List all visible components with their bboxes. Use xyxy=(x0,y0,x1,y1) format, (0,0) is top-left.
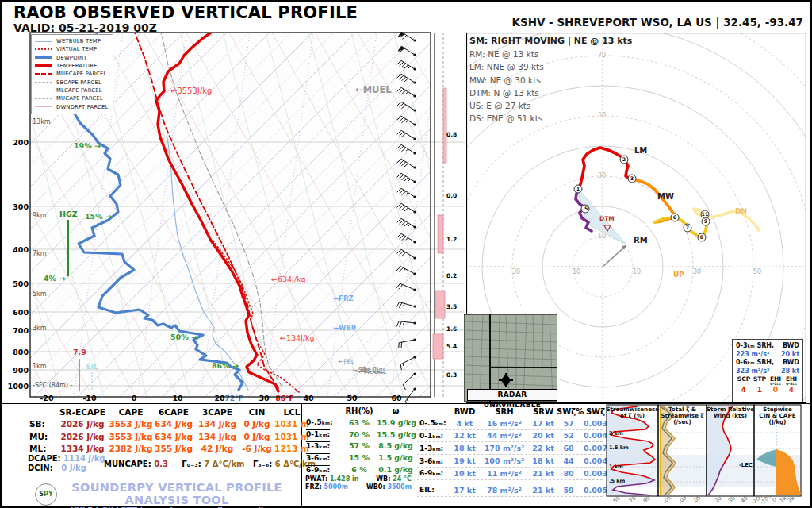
legend-item: SBCAPE PARCEL xyxy=(35,78,108,86)
thermo-col-header: CIN xyxy=(240,407,274,417)
kin-row: 0-1ₖₘ:12 kt44 m²/s²20 kt520.004 xyxy=(417,430,603,443)
legend-label: MLCAPE PARCEL xyxy=(56,87,102,94)
storm-motion-line: DTM: N @ 13 kts xyxy=(469,87,632,99)
hodo-label-LM: LM xyxy=(634,146,647,155)
skewt-annotation: 4% → xyxy=(44,274,65,283)
bwd-0-6-label: BWD xyxy=(783,359,799,368)
kin-value: 21 kt xyxy=(530,469,557,478)
lec-label: -LEC xyxy=(739,462,753,468)
kin-row: 6-9ₖₘ:10 kt11 m²/s²21 kt800.003 xyxy=(417,468,603,480)
srh-0-3-label: 0-3ₖₘ SRH, xyxy=(736,342,774,351)
temp-tick: 20 xyxy=(214,394,225,402)
temp-tick: 60 xyxy=(391,394,402,402)
index-column: EHI0-1ₖₘ0 xyxy=(768,376,783,394)
legend-line-sample xyxy=(35,90,52,90)
omega-value: 3.5 xyxy=(446,303,457,310)
sounderpy-logo: SPY xyxy=(35,483,57,506)
thermo-value: 42 J/kg xyxy=(194,444,240,453)
kin-value: 57 xyxy=(557,419,580,428)
height-tick: 5km xyxy=(33,291,47,298)
thermo-value: 3553 J/kg xyxy=(109,419,153,429)
rh-row: 6-9ₖₘ:6 %0.1 g/kg xyxy=(302,464,415,475)
thermo-value: 0 J/kg xyxy=(240,419,274,429)
dcape-value: 1114 J/kg xyxy=(63,454,105,463)
dcape-label: DCAPE: xyxy=(28,454,61,463)
index-column: SCP 4 xyxy=(736,376,752,394)
legend-item: TEMPERATURE xyxy=(35,62,108,70)
kin-value: 80 xyxy=(557,469,580,478)
kin-value: 11 m²/s² xyxy=(479,469,530,478)
rh-row: 3-6ₖₘ:15 %1.5 g/kg xyxy=(302,452,415,464)
hodo-label-DN: DN xyxy=(735,207,747,215)
thermo-value: 1334 J/kg xyxy=(56,444,109,453)
skewt-annotation: ←3553J/kg xyxy=(170,87,212,95)
temp-tick: -10 xyxy=(82,394,97,402)
kin-value: 22 kt xyxy=(530,444,557,452)
legend-item: DEWPOINT xyxy=(35,54,108,62)
rh-table: RH(%)ω0-.5ₖₘ:63 %15.9 g/kg0-1ₖₘ:70 %15.5… xyxy=(302,405,415,501)
lapse-3-6-label: Γ₃₋₆: xyxy=(253,460,272,468)
temp-tick: -20 xyxy=(40,394,54,402)
kin-row: EIL:17 kt78 m²/s²21 kt590.005 xyxy=(417,484,603,497)
panel-xtick: 0 xyxy=(771,496,777,503)
thermo-value: 2382 J/kg xyxy=(109,444,153,453)
pressure-tick: 300 xyxy=(13,202,29,211)
pwat-row: PWAT: 1.428 inWB: 24 °C xyxy=(302,475,415,484)
svg-text:.5: .5 xyxy=(583,206,588,211)
legend-label: DWNDRFT PARCEL xyxy=(56,104,108,110)
kin-value: 21 kt xyxy=(530,486,557,495)
skewt-annotation: ←MUEL xyxy=(355,84,392,95)
rh-row: 1-3ₖₘ:57 %8.5 g/kg xyxy=(302,441,415,452)
kin-row: 1-3ₖₘ:18 kt178 m²/s²22 kt680.007 xyxy=(417,442,603,455)
kin-value: 4 kt xyxy=(450,419,479,428)
muncape-label: MUNCAPE: xyxy=(104,460,151,468)
storm-motion-line: RM: NE @ 13 kts xyxy=(469,48,632,60)
thermo-col-header: 6CAPE xyxy=(153,407,194,417)
sounderpy-figure: RAOB OBSERVED VERTICAL PROFILE VALID: 05… xyxy=(0,0,812,508)
temp-tick: 0 xyxy=(132,394,137,402)
surface-temp-label: 86°F xyxy=(275,394,293,402)
radar-unavailable-label: RADAR UNAVAILABLE xyxy=(467,389,557,401)
kin-value: 44 m²/s² xyxy=(479,431,530,440)
bwd-0-3-value: 20 kt xyxy=(781,351,799,360)
footer-divider xyxy=(26,479,299,479)
legend-label: DEWPOINT xyxy=(56,55,87,61)
surface-temp-label: 72°F xyxy=(224,394,243,402)
lapse-0-3-value: 7 Δ°C/km xyxy=(204,460,244,468)
panel-ylabel: 1.5 km xyxy=(609,444,629,451)
thermo-value: 134 J/kg xyxy=(194,419,240,429)
omega-value: 5.4 xyxy=(446,343,457,350)
index-column: EHI0-3ₖₘ4 xyxy=(783,376,799,394)
rh-row: 0-.5ₖₘ:63 %15.9 g/kg xyxy=(302,417,415,429)
pressure-tick: 400 xyxy=(13,245,29,254)
dcin-value: 0 J/kg xyxy=(61,464,86,472)
pressure-tick: 800 xyxy=(13,348,29,356)
skewt-annotation: ←PBL xyxy=(339,358,355,365)
omega-value: 0.8 xyxy=(446,131,457,138)
frz-row: FRZ: 5000mWB0: 3500m xyxy=(302,483,415,492)
legend-label: VIRTUAL TEMP xyxy=(56,46,97,52)
kin-value: 20 kt xyxy=(530,431,557,440)
kin-value: 16 m²/s² xyxy=(479,419,530,428)
storm-motion-line: US: E @ 27 kts xyxy=(469,99,632,112)
omega-value: 1.2 xyxy=(446,236,457,243)
rh-row: 0-1ₖₘ:70 %15.5 g/kg xyxy=(302,429,415,441)
hodo-ring-label: 10 xyxy=(598,233,606,240)
srh-summary-box: 0-3ₖₘ SRH,BWD 223 m²/s²20 kt 0-6ₖₘ SRH,B… xyxy=(732,339,803,402)
panel-ylabel: .5 km xyxy=(609,478,626,484)
omega-bar xyxy=(443,88,446,163)
temp-tick: 10 xyxy=(172,394,183,402)
storm-motion-info: SM: RIGHT MOVING | NE @ 13 kts RM: NE @ … xyxy=(469,35,632,125)
skewt-annotation: ←ML LCL xyxy=(358,368,387,375)
pressure-tick: 900 xyxy=(13,366,29,375)
panel-title: of ζ (%) xyxy=(620,412,645,419)
legend-item: WETBULB TEMP xyxy=(35,37,108,45)
legend-line-sample xyxy=(35,73,52,75)
srh-0-6-label: 0-6ₖₘ SRH, xyxy=(736,359,774,368)
temp-tick: 50 xyxy=(347,394,358,402)
height-tick: -SFC (84m) - xyxy=(33,382,72,389)
thermo-value: 634 J/kg xyxy=(153,432,194,441)
thermo-value: 2026 J/kg xyxy=(56,419,109,429)
skewt-annotation: 19% → xyxy=(74,141,101,150)
svg-text:2: 2 xyxy=(622,156,626,162)
